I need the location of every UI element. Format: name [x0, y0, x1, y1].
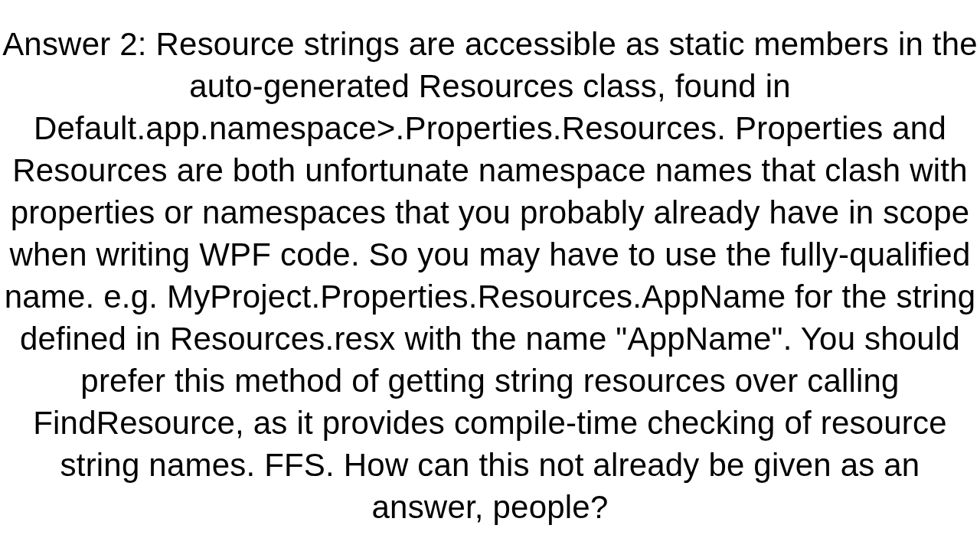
answer-label: Answer 2:	[2, 26, 147, 62]
answer-body: Resource strings are accessible as stati…	[5, 26, 978, 525]
answer-text-block: Answer 2: Resource strings are accessibl…	[0, 23, 980, 528]
